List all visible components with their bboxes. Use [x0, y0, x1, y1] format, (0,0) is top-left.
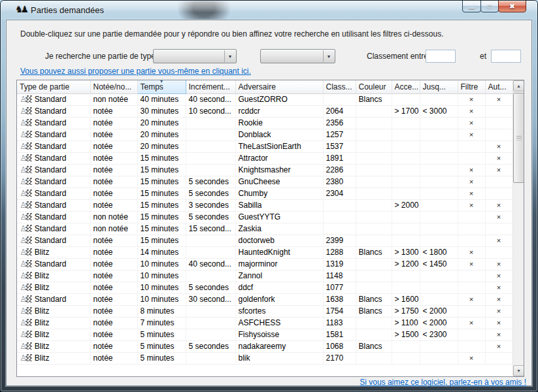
- table-row[interactable]: ♙Standard notée 15 minutes 5 secondes Ch…: [17, 188, 513, 199]
- table-header-row: Type de partie Notée/no... ▾Temps Incrém…: [17, 80, 513, 93]
- table-row[interactable]: ♙Standard notée 10 minutes 40 second... …: [17, 258, 513, 270]
- combo-dropdown-button[interactable]: ▼: [323, 50, 334, 62]
- cell-filter: ×: [458, 199, 485, 211]
- table-row[interactable]: ♙Standard non notée 40 minutes 40 second…: [17, 93, 513, 105]
- table-row[interactable]: ♙Standard notée 30 minutes 10 second... …: [17, 105, 513, 117]
- share-link[interactable]: Si vous aimez ce logiciel, parlez-en à v…: [360, 378, 526, 387]
- cell-max-rating: [420, 211, 458, 223]
- scroll-up-button[interactable]: ▲: [513, 80, 524, 91]
- table-row[interactable]: ♙Blitz notée 5 minutes Fishysoisse 1581 …: [17, 329, 513, 340]
- column-header-color[interactable]: Couleur: [356, 80, 392, 93]
- chessboard-pawn-icon: ♙: [20, 189, 32, 198]
- triangle-down-icon: ▼: [516, 368, 521, 373]
- cell-time: 20 minutes: [137, 140, 186, 152]
- cell-adversary: nadakareemy: [235, 340, 323, 352]
- combo-dropdown-button[interactable]: ▼: [224, 50, 235, 62]
- column-header-rating[interactable]: Class...: [323, 80, 356, 93]
- cell-game-type: ♙Blitz: [17, 270, 90, 282]
- cell-filter: ×: [458, 188, 485, 199]
- window-parties-demandees: ♞♟ Parties demandées — □ ✖ Double-clique…: [0, 0, 538, 392]
- cell-rating: 1257: [323, 129, 356, 140]
- cell-increment: [186, 317, 235, 329]
- cell-max-rating: < 2300: [420, 329, 458, 340]
- cell-color: [356, 329, 392, 340]
- cell-time: 20 minutes: [137, 129, 186, 140]
- table-row[interactable]: ♙Standard notée 20 minutes Donblack 1257…: [17, 129, 513, 140]
- cell-other: [485, 188, 513, 199]
- cell-time: 15 minutes: [137, 235, 186, 246]
- table-row[interactable]: ♙Blitz notée 5 minutes 5 secondes nadaka…: [17, 340, 513, 352]
- cell-filter: ×: [458, 105, 485, 117]
- column-header-upto[interactable]: Jusq...: [420, 80, 458, 93]
- vertical-scrollbar[interactable]: ▲ ▼: [513, 80, 524, 376]
- table-row[interactable]: ♙Blitz notée 5 minutes blik 2170 ×: [17, 352, 513, 364]
- rating-min-input[interactable]: [426, 50, 456, 63]
- cell-game-type: ♙Standard: [17, 293, 90, 305]
- cell-game-type: ♙Standard: [17, 258, 90, 270]
- cell-min-rating: [392, 340, 420, 352]
- table-row[interactable]: ♙Standard notée 15 minutes 3 secondes Sa…: [17, 199, 513, 211]
- column-header-filter[interactable]: Filtre: [458, 80, 485, 93]
- scrollbar-thumb[interactable]: [513, 93, 524, 183]
- cell-color: [356, 258, 392, 270]
- game-subtype-select[interactable]: ▼: [260, 49, 335, 63]
- table-row[interactable]: ♙Standard non notée 15 minutes 5 seconde…: [17, 211, 513, 223]
- cell-min-rating: [392, 235, 420, 246]
- cell-rating: 2304: [323, 188, 356, 199]
- table-row[interactable]: ♙Standard notée 15 minutes 5 secondes Gn…: [17, 176, 513, 188]
- cell-rated: notée: [90, 188, 137, 199]
- table-row[interactable]: ♙Blitz notée 10 minutes Zannol 1148 ×: [17, 270, 513, 282]
- cell-max-rating: [420, 223, 458, 235]
- rating-max-input[interactable]: [491, 50, 521, 63]
- cell-other: ×: [485, 305, 513, 317]
- table-row[interactable]: ♙Standard notée 10 minutes 30 second... …: [17, 293, 513, 305]
- close-button[interactable]: ✖: [498, 0, 526, 12]
- cell-rated: non notée: [90, 211, 137, 223]
- cell-color: [356, 235, 392, 246]
- cell-rating: 1077: [323, 282, 356, 293]
- scroll-down-button[interactable]: ▼: [513, 365, 524, 376]
- cell-other: ×: [485, 164, 513, 176]
- table-row[interactable]: ♙Blitz notée 7 minutes ASFCHESS 1183 > 1…: [17, 317, 513, 329]
- titlebar[interactable]: ♞♟ Parties demandées — □ ✖: [1, 1, 537, 20]
- table-row[interactable]: ♙Standard notée 20 minutes Rookie 2356 ×: [17, 117, 513, 129]
- table-row[interactable]: ♙Standard notée 20 minutes TheLastSionEa…: [17, 140, 513, 152]
- table-row[interactable]: ♙Standard notée 15 minutes Knightsmasher…: [17, 164, 513, 176]
- chessboard-pawn-icon: ♙: [20, 259, 32, 269]
- cell-rating: 2064: [323, 105, 356, 117]
- cell-min-rating: [392, 223, 420, 235]
- column-header-game-type[interactable]: Type de partie: [17, 80, 90, 93]
- cell-rating: 1183: [323, 317, 356, 329]
- minimize-button[interactable]: —: [462, 0, 481, 12]
- cell-max-rating: [420, 152, 458, 164]
- cell-game-type: ♙Standard: [17, 176, 90, 188]
- maximize-button[interactable]: □: [480, 0, 499, 12]
- scrollbar-grip-icon: [516, 136, 522, 140]
- cell-rating: 1581: [323, 329, 356, 340]
- table-row[interactable]: ♙Blitz notée 10 minutes 5 secondes ddcf …: [17, 282, 513, 293]
- cell-rated: notée: [90, 317, 137, 329]
- propose-game-link[interactable]: Vous pouvez aussi proposer une partie vo…: [20, 67, 251, 76]
- cell-adversary: GuestYYTG: [235, 211, 323, 223]
- column-header-accepts[interactable]: Acce...: [392, 80, 420, 93]
- table-row[interactable]: ♙Standard notée 15 minutes Attractor 189…: [17, 152, 513, 164]
- column-header-other[interactable]: Aut...: [485, 80, 513, 93]
- column-header-rated[interactable]: Notée/no...: [90, 80, 137, 93]
- column-header-increment[interactable]: Incrément...: [186, 80, 235, 93]
- chessboard-pawn-icon: ♙: [20, 142, 32, 151]
- cell-adversary: goldenfork: [235, 293, 323, 305]
- cell-adversary: GnuCheese: [235, 176, 323, 188]
- cell-other: ×: [485, 340, 513, 352]
- cell-filter: ×: [458, 93, 485, 105]
- table-row[interactable]: ♙Standard notée 15 minutes doctorweb 239…: [17, 235, 513, 246]
- table-row[interactable]: ♙Standard non notée 15 minutes 15 second…: [17, 223, 513, 235]
- column-header-time[interactable]: ▾Temps: [137, 80, 186, 93]
- cell-rating: 2170: [323, 352, 356, 364]
- column-header-adversary[interactable]: Adversaire: [235, 80, 323, 93]
- cell-game-type: ♙Standard: [17, 117, 90, 129]
- game-type-select[interactable]: ▼: [153, 49, 237, 63]
- cell-filter: [458, 223, 485, 235]
- table-row[interactable]: ♙Blitz notée 14 minutes HauntedKnight 12…: [17, 246, 513, 258]
- cell-other: ×: [485, 270, 513, 282]
- table-row[interactable]: ♙Blitz notée 8 minutes sfcortes 1754 Bla…: [17, 305, 513, 317]
